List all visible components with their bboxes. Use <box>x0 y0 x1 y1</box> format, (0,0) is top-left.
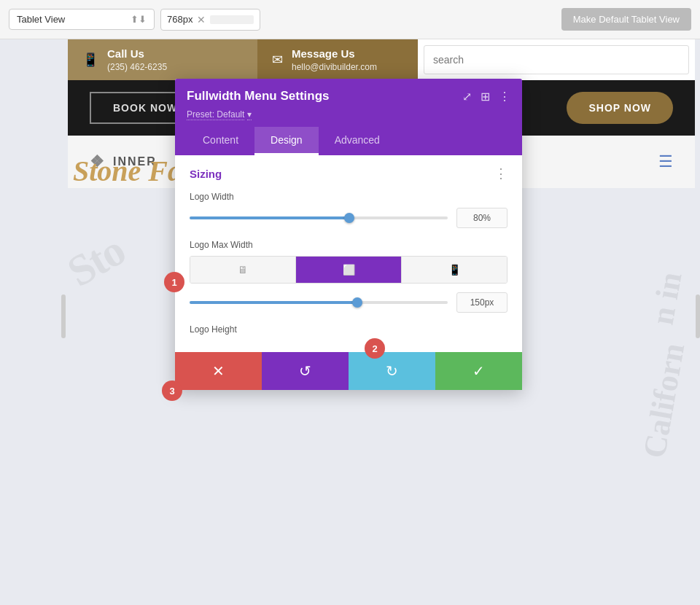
logo-height-label: Logo Height <box>190 324 508 335</box>
tablet-icon: ⬜ <box>343 264 355 276</box>
redo-button[interactable]: ↻ <box>349 352 435 390</box>
site-call-section: 📱 Call Us (235) 462-6235 <box>68 39 257 80</box>
logo-width-slider-row: 80% <box>190 208 508 228</box>
more-icon[interactable]: ⋮ <box>499 90 510 104</box>
undo-button[interactable]: ↺ <box>262 352 349 390</box>
left-scroll-handle[interactable] <box>61 294 66 338</box>
watermark-right-top: n in <box>644 270 690 328</box>
phone-icon: 📱 <box>82 52 98 68</box>
panel-header: Fullwidth Menu Settings ⤢ ⊞ ⋮ Preset: De… <box>175 79 522 155</box>
px-input[interactable]: 768px ✕ <box>160 9 260 31</box>
make-default-button[interactable]: Make Default Tablet View <box>561 8 691 31</box>
watermark-right-bottom: Californ <box>636 340 693 461</box>
site-message-section: ✉ Message Us hello@divibuilder.com <box>257 39 418 80</box>
shop-now-button[interactable]: SHOP NOW <box>567 92 673 124</box>
site-topbar: 📱 Call Us (235) 462-6235 ✉ Message Us he… <box>68 39 695 80</box>
badge-2: 2 <box>365 338 385 359</box>
panel-preset[interactable]: Preset: Default ▾ <box>187 109 510 120</box>
logo-width-thumb[interactable] <box>344 213 354 223</box>
device-tab-mobile[interactable]: 📱 <box>402 257 507 283</box>
message-label: Message Us <box>292 47 377 60</box>
search-input[interactable] <box>433 54 680 66</box>
preview-area: 📱 Call Us (235) 462-6235 ✉ Message Us he… <box>0 39 700 188</box>
desktop-icon: 🖥 <box>238 264 248 276</box>
panel-title: Fullwidth Menu Settings <box>187 89 329 104</box>
inner-logo-icon: ❖ <box>90 152 106 171</box>
sizing-title: Sizing <box>190 168 222 180</box>
logo-width-value[interactable]: 80% <box>456 208 508 228</box>
email-icon: ✉ <box>272 52 283 68</box>
px-clear-button[interactable]: ✕ <box>197 14 206 26</box>
logo-width-fill <box>190 216 349 219</box>
logo-max-width-label: Logo Max Width <box>190 240 508 250</box>
badge-3: 3 <box>162 380 182 401</box>
panel-header-icons: ⤢ ⊞ ⋮ <box>462 90 510 104</box>
site-message-text: Message Us hello@divibuilder.com <box>292 47 377 73</box>
view-select[interactable]: Tablet View ⬆⬇ <box>9 9 155 30</box>
px-slider-mini <box>210 15 254 24</box>
panel-header-top: Fullwidth Menu Settings ⤢ ⊞ ⋮ <box>187 89 510 104</box>
logo-width-label: Logo Width <box>190 192 508 202</box>
px-value: 768px <box>167 14 192 25</box>
view-select-arrow: ⬆⬇ <box>131 14 147 25</box>
sizing-more-icon[interactable]: ⋮ <box>494 167 508 180</box>
panel-tabs: Content Design Advanced <box>187 127 510 155</box>
message-email: hello@divibuilder.com <box>292 62 377 72</box>
tab-design[interactable]: Design <box>254 127 319 155</box>
save-button[interactable]: ✓ <box>435 352 522 390</box>
watermark-left: Sto <box>59 225 133 297</box>
expand-icon[interactable]: ⤢ <box>462 90 472 104</box>
logo-max-width-thumb[interactable] <box>352 297 362 308</box>
logo-max-width-slider-row: 150px <box>190 292 508 313</box>
call-label: Call Us <box>107 47 167 60</box>
badge-1: 1 <box>164 272 184 292</box>
device-tab-desktop[interactable]: 🖥 <box>190 257 296 283</box>
site-search[interactable] <box>424 45 689 74</box>
panel-body: Sizing ⋮ Logo Width 80% Logo Max Width 🖥 <box>175 155 522 352</box>
logo-max-width-track[interactable] <box>190 301 448 304</box>
logo-max-width-value[interactable]: 150px <box>456 292 508 313</box>
top-toolbar: Tablet View ⬆⬇ 768px ✕ Make Default Tabl… <box>0 0 700 39</box>
tab-advanced[interactable]: Advanced <box>319 127 396 155</box>
panel-actions: ✕ ↺ ↻ ✓ <box>175 352 522 390</box>
view-select-label: Tablet View <box>17 14 65 25</box>
inner-logo-text: INNER <box>113 155 157 168</box>
logo-max-width-fill <box>190 301 357 304</box>
sizing-section-header: Sizing ⋮ <box>190 167 508 180</box>
logo-width-track[interactable] <box>190 216 448 219</box>
call-number: (235) 462-6235 <box>107 62 167 72</box>
inner-logo: ❖ INNER <box>90 152 157 171</box>
preset-arrow[interactable]: ▾ <box>247 109 252 120</box>
tab-content[interactable]: Content <box>187 127 254 155</box>
device-tab-tablet[interactable]: ⬜ <box>296 257 402 283</box>
site-call-text: Call Us (235) 462-6235 <box>107 47 167 73</box>
hamburger-icon[interactable]: ☰ <box>658 152 673 171</box>
device-tabs: 🖥 ⬜ 📱 <box>190 256 508 284</box>
cancel-button[interactable]: ✕ <box>175 352 262 390</box>
settings-panel: Fullwidth Menu Settings ⤢ ⊞ ⋮ Preset: De… <box>175 79 522 390</box>
preset-label: Preset: Default <box>187 109 244 120</box>
columns-icon[interactable]: ⊞ <box>481 90 490 104</box>
mobile-icon: 📱 <box>448 264 461 276</box>
right-scroll-handle[interactable] <box>696 294 700 338</box>
